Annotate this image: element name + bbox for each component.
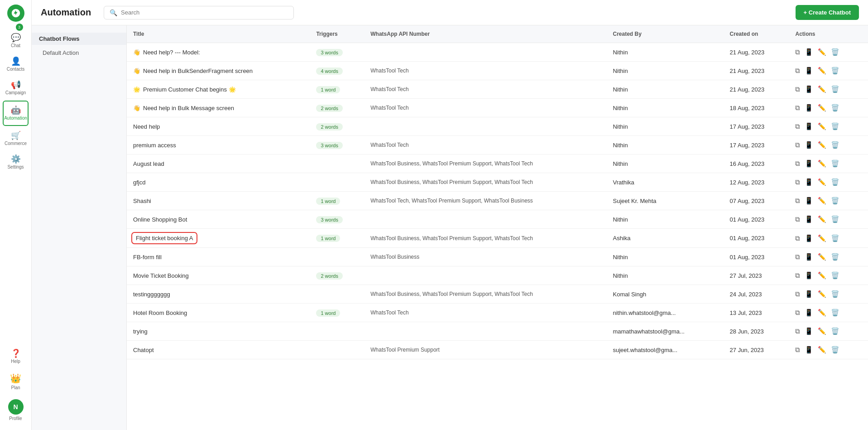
edit-icon[interactable]: ✏️ [818, 67, 826, 75]
delete-icon[interactable]: 🗑️ [831, 85, 839, 93]
open-icon[interactable]: ⧉ [795, 271, 800, 280]
edit-icon[interactable]: ✏️ [818, 309, 826, 317]
open-icon[interactable]: ⧉ [795, 234, 800, 242]
cell-created-by: Nithin [606, 99, 723, 117]
edit-icon[interactable]: ✏️ [818, 215, 826, 223]
open-icon[interactable]: ⧉ [795, 67, 800, 75]
trigger-badge: 3 words [316, 216, 343, 223]
edit-icon[interactable]: ✏️ [818, 104, 826, 112]
open-icon[interactable]: ⧉ [795, 141, 800, 149]
delete-icon[interactable]: 🗑️ [831, 327, 839, 335]
sidebar-item-contacts[interactable]: 👤 Contacts [0, 53, 31, 76]
edit-icon[interactable]: ✏️ [818, 327, 826, 335]
whatsapp-icon[interactable]: 📱 [805, 159, 813, 168]
delete-icon[interactable]: 🗑️ [831, 48, 839, 56]
logo[interactable] [7, 5, 24, 22]
open-icon[interactable]: ⧉ [795, 159, 800, 168]
open-icon[interactable]: ⧉ [795, 104, 800, 112]
delete-icon[interactable]: 🗑️ [831, 141, 839, 149]
delete-icon[interactable]: 🗑️ [831, 178, 839, 186]
col-created-on: Created on [724, 25, 789, 43]
sidebar-item-settings[interactable]: ⚙️ Settings [0, 150, 31, 174]
whatsapp-icon[interactable]: 📱 [805, 290, 813, 298]
cell-whatsapp-api: WhatsTool Business, WhatsTool Premium Su… [364, 229, 606, 248]
whatsapp-icon[interactable]: 📱 [805, 67, 813, 75]
search-input[interactable] [121, 9, 288, 16]
delete-icon[interactable]: 🗑️ [831, 253, 839, 261]
open-icon[interactable]: ⧉ [795, 253, 800, 261]
sidebar-item-chat[interactable]: 💬 Chat [0, 29, 31, 53]
cell-actions: ⧉📱✏️🗑️ [789, 304, 868, 322]
cell-title: 👋Need help in BulkSenderFragment screen [127, 62, 310, 80]
whatsapp-icon[interactable]: 📱 [805, 141, 813, 149]
delete-icon[interactable]: 🗑️ [831, 67, 839, 75]
sidebar-item-help[interactable]: ❓ Help [0, 345, 31, 368]
delete-icon[interactable]: 🗑️ [831, 346, 839, 354]
create-chatbot-button[interactable]: + Create Chatbot [796, 5, 859, 20]
delete-icon[interactable]: 🗑️ [831, 159, 839, 168]
delete-icon[interactable]: 🗑️ [831, 309, 839, 317]
default-action-item[interactable]: Default Action [32, 46, 126, 60]
edit-icon[interactable]: ✏️ [818, 253, 826, 261]
whatsapp-icon[interactable]: 📱 [805, 327, 813, 335]
edit-icon[interactable]: ✏️ [818, 346, 826, 354]
sidebar-item-commerce[interactable]: 🛒 Commerce [0, 127, 31, 150]
whatsapp-icon[interactable]: 📱 [805, 122, 813, 130]
edit-icon[interactable]: ✏️ [818, 290, 826, 298]
sidebar-item-profile-label: Profile [9, 416, 22, 421]
sidebar-item-settings-label: Settings [7, 164, 24, 169]
whatsapp-icon[interactable]: 📱 [805, 253, 813, 261]
whatsapp-icon[interactable]: 📱 [805, 271, 813, 280]
whatsapp-icon[interactable]: 📱 [805, 178, 813, 186]
edit-icon[interactable]: ✏️ [818, 85, 826, 93]
table-row: 👋Need help in BulkSenderFragment screen4… [127, 62, 868, 80]
edit-icon[interactable]: ✏️ [818, 122, 826, 130]
edit-icon[interactable]: ✏️ [818, 141, 826, 149]
open-icon[interactable]: ⧉ [795, 290, 800, 298]
cell-triggers: 1 word [310, 80, 364, 99]
open-icon[interactable]: ⧉ [795, 197, 800, 205]
delete-icon[interactable]: 🗑️ [831, 197, 839, 205]
whatsapp-icon[interactable]: 📱 [805, 309, 813, 317]
whatsapp-icon[interactable]: 📱 [805, 48, 813, 56]
edit-icon[interactable]: ✏️ [818, 178, 826, 186]
sidebar-item-profile[interactable]: N Profile [0, 395, 31, 425]
delete-icon[interactable]: 🗑️ [831, 104, 839, 112]
campaign-icon: 📢 [11, 81, 21, 89]
cell-actions: ⧉📱✏️🗑️ [789, 322, 868, 341]
open-icon[interactable]: ⧉ [795, 178, 800, 186]
edit-icon[interactable]: ✏️ [818, 159, 826, 168]
sidebar-item-campaign[interactable]: 📢 Campaign [0, 76, 31, 100]
open-icon[interactable]: ⧉ [795, 309, 800, 317]
sidebar-item-plan[interactable]: 👑 Plan [0, 368, 31, 395]
whatsapp-icon[interactable]: 📱 [805, 215, 813, 223]
cell-actions: ⧉📱✏️🗑️ [789, 248, 868, 266]
whatsapp-icon[interactable]: 📱 [805, 104, 813, 112]
chat-badge: 3 [16, 24, 23, 31]
open-icon[interactable]: ⧉ [795, 122, 800, 130]
cell-created-on: 13 Jul, 2023 [724, 304, 789, 322]
delete-icon[interactable]: 🗑️ [831, 234, 839, 242]
whatsapp-icon[interactable]: 📱 [805, 197, 813, 205]
edit-icon[interactable]: ✏️ [818, 271, 826, 280]
title-text: FB-form fill [133, 254, 162, 261]
cell-created-by: Nithin [606, 80, 723, 99]
edit-icon[interactable]: ✏️ [818, 197, 826, 205]
whatsapp-icon[interactable]: 📱 [805, 85, 813, 93]
whatsapp-icon[interactable]: 📱 [805, 234, 813, 242]
edit-icon[interactable]: ✏️ [818, 234, 826, 242]
open-icon[interactable]: ⧉ [795, 327, 800, 335]
edit-icon[interactable]: ✏️ [818, 48, 826, 56]
cell-whatsapp-api [364, 210, 606, 229]
delete-icon[interactable]: 🗑️ [831, 215, 839, 223]
delete-icon[interactable]: 🗑️ [831, 271, 839, 280]
delete-icon[interactable]: 🗑️ [831, 290, 839, 298]
open-icon[interactable]: ⧉ [795, 215, 800, 223]
cell-created-by: Komal Singh [606, 285, 723, 304]
open-icon[interactable]: ⧉ [795, 48, 800, 56]
sidebar-item-automation[interactable]: 🤖 Automation [3, 101, 29, 126]
open-icon[interactable]: ⧉ [795, 346, 800, 354]
delete-icon[interactable]: 🗑️ [831, 122, 839, 130]
open-icon[interactable]: ⧉ [795, 85, 800, 93]
whatsapp-icon[interactable]: 📱 [805, 346, 813, 354]
